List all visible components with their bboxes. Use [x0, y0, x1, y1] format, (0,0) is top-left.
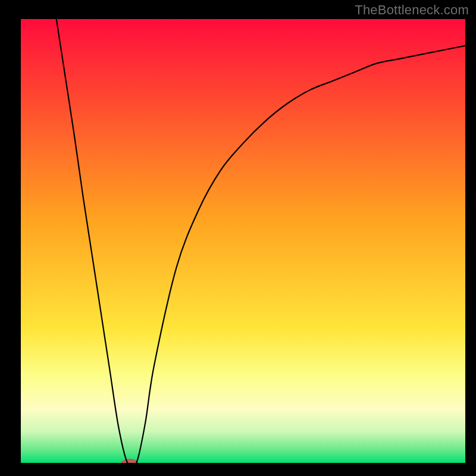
- chart-frame: { "watermark": "TheBottleneck.com", "cha…: [0, 0, 476, 476]
- gradient-background: [21, 19, 465, 463]
- bottleneck-chart: [0, 0, 476, 476]
- minimum-marker: [121, 459, 138, 467]
